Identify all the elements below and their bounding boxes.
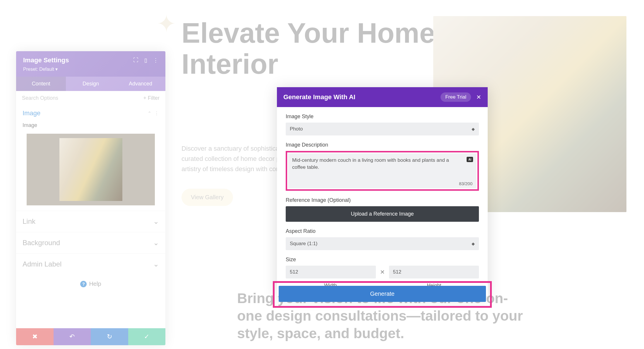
character-count: 83/200 [459,181,472,186]
description-highlight: Mid-century modern couch in a living roo… [286,151,479,191]
image-description-textarea[interactable]: Mid-century modern couch in a living roo… [288,153,477,188]
panel-header: Image Settings ⛶ ▯ ⋮ Preset: Default ▾ [16,51,165,77]
section-image-toggle[interactable]: Image [23,109,40,117]
image-preview[interactable] [27,134,155,205]
preset-selector[interactable]: Preset: Default ▾ [23,66,158,72]
filter-button[interactable]: + Filter [143,95,160,101]
image-style-select[interactable]: Photo [286,123,479,135]
search-input[interactable]: Search Options [22,95,58,101]
close-icon[interactable]: ✕ [476,94,481,101]
panel-title: Image Settings [23,56,69,64]
trial-badge: Free Trial [441,92,471,102]
upload-reference-button[interactable]: Upload a Reference Image [286,206,479,222]
section-background[interactable]: Background⌄ [16,232,165,253]
help-link[interactable]: ?Help [16,275,165,293]
section-admin-label[interactable]: Admin Label⌄ [16,253,165,275]
generate-button[interactable]: Generate [279,286,486,302]
reference-image-label: Reference Image (Optional) [286,197,479,203]
tab-content[interactable]: Content [16,77,66,91]
width-input[interactable] [286,266,376,278]
save-button[interactable]: ✓ [128,328,166,345]
undo-button[interactable]: ↶ [54,328,91,345]
modal-title: Generate Image With AI [283,93,355,101]
chevron-down-icon: ⌄ [153,239,159,247]
times-icon: ✕ [380,269,385,276]
height-input[interactable] [389,266,479,278]
tablet-icon[interactable]: ▯ [144,57,147,63]
expand-icon[interactable]: ⛶ [133,57,138,63]
aspect-ratio-label: Aspect Ratio [286,228,479,234]
section-kebab-icon[interactable]: ⋮ [154,111,159,116]
description-text: Mid-century modern couch in a living roo… [292,157,472,171]
cancel-button[interactable]: ✖ [16,328,54,345]
generate-highlight: Generate [273,281,492,308]
aspect-ratio-select[interactable]: Square (1:1) [286,237,479,250]
redo-button[interactable]: ↻ [91,328,128,345]
sparkle-icon: ✦ [157,10,176,37]
help-icon: ? [80,281,87,287]
image-style-label: Image Style [286,114,479,120]
chevron-down-icon: ⌄ [153,260,159,268]
section-link[interactable]: Link⌄ [16,211,165,232]
tab-advanced[interactable]: Advanced [116,77,165,91]
kebab-icon[interactable]: ⋮ [153,57,158,63]
chevron-up-icon[interactable]: ⌃ [148,111,151,116]
image-field-label: Image [16,121,165,131]
chevron-down-icon: ⌄ [153,217,159,226]
hero-title: Elevate Your Home With Divi Interior [181,18,644,79]
image-description-label: Image Description [286,142,479,148]
size-label: Size [286,257,479,263]
image-settings-panel: Image Settings ⛶ ▯ ⋮ Preset: Default ▾ C… [16,51,165,345]
view-gallery-button[interactable]: View Gallery [181,189,233,206]
ai-generate-modal: Generate Image With AI Free Trial ✕ Imag… [277,87,488,296]
tab-design[interactable]: Design [66,77,116,91]
image-thumbnail [59,138,122,201]
ai-badge-icon[interactable]: AI [467,157,473,162]
